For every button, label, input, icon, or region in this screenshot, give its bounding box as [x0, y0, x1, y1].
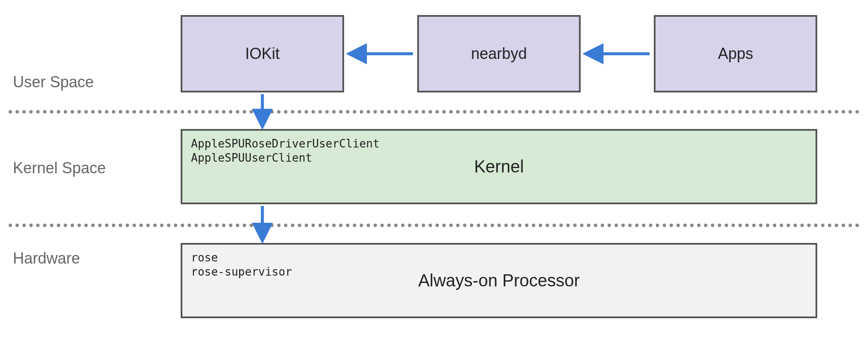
box-nearbyd: nearbyd [417, 15, 581, 92]
kernel-annot-line2: AppleSPUUserClient [191, 151, 379, 165]
box-apps: Apps [654, 15, 817, 92]
divider-user-kernel [9, 110, 859, 114]
layer-label-user: User Space [13, 73, 94, 91]
layer-label-kernel: Kernel Space [13, 159, 106, 177]
box-kernel-annotation: AppleSPURoseDriverUserClient AppleSPUUse… [191, 137, 379, 165]
box-kernel: AppleSPURoseDriverUserClient AppleSPUUse… [181, 129, 817, 204]
kernel-annot-line1: AppleSPURoseDriverUserClient [191, 137, 379, 151]
box-apps-label: Apps [718, 45, 753, 63]
box-iokit-label: IOKit [245, 45, 280, 63]
aop-annot-line2: rose-supervisor [191, 265, 292, 279]
layer-label-hardware: Hardware [13, 249, 80, 267]
divider-kernel-hardware [9, 224, 859, 227]
box-iokit: IOKit [181, 15, 344, 92]
box-aop-title: Always-on Processor [418, 271, 580, 290]
aop-annot-line1: rose [191, 251, 292, 265]
box-aop: rose rose-supervisor Always-on Processor [181, 243, 817, 318]
box-kernel-title: Kernel [474, 157, 524, 176]
box-nearbyd-label: nearbyd [471, 45, 527, 63]
box-aop-annotation: rose rose-supervisor [191, 251, 292, 279]
